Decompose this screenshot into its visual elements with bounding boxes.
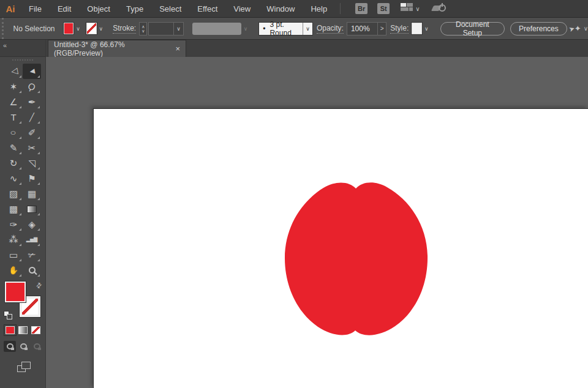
menu-edit[interactable]: Edit xyxy=(50,0,79,17)
fill-stroke-block: ⇄ xyxy=(4,282,42,321)
magic-wand-tool[interactable]: ✶ xyxy=(4,79,23,94)
style-chevron-icon[interactable]: ∨ xyxy=(424,26,429,32)
zoom-tool[interactable] xyxy=(23,263,41,278)
scissors-tool[interactable]: ✂ xyxy=(23,140,41,155)
preferences-button[interactable]: Preferences xyxy=(510,22,567,35)
rotate-tool[interactable]: ↻ xyxy=(4,155,23,171)
tools-grip[interactable] xyxy=(12,59,33,62)
ellipse-tool[interactable]: ○ xyxy=(4,125,23,140)
apple-path[interactable] xyxy=(285,182,428,335)
menu-view[interactable]: View xyxy=(225,0,258,17)
stroke-label[interactable]: Stroke: xyxy=(113,24,136,34)
menu-window[interactable]: Window xyxy=(258,0,303,17)
menu-help[interactable]: Help xyxy=(303,0,335,17)
document-column: Untitled-3* @ 66.67% (RGB/Preview) × xyxy=(46,40,588,388)
artboard[interactable] xyxy=(93,108,588,388)
menu-file[interactable]: File xyxy=(21,0,50,17)
none-mode-button[interactable] xyxy=(31,326,41,335)
artboard-tool[interactable]: ▭ xyxy=(4,247,23,263)
gradient-tool[interactable] xyxy=(23,201,41,217)
app-logo[interactable]: Ai xyxy=(0,0,21,18)
fill-chevron-icon[interactable]: ∨ xyxy=(76,26,80,32)
menu-object[interactable]: Object xyxy=(79,0,118,17)
stroke-chevron-icon[interactable]: ∨ xyxy=(99,26,104,32)
perspective-grid-tool[interactable]: ▦ xyxy=(23,186,41,201)
drawing-mode-row xyxy=(4,341,45,352)
tools-panel: △▲✶Ϙ∠✒T╱○✐✎✂↻◹∿⚑▨▦▩✑◈⁂▂▅▇▭✃✋ ⇄ xyxy=(0,57,45,372)
stepper-down-icon[interactable]: ∨ xyxy=(141,29,145,33)
shaper-tool-icon: ✎ xyxy=(10,143,18,152)
chevron-down-icon[interactable]: ∨ xyxy=(173,23,183,35)
control-bar: No Selection ∨ ∨ Stroke: ∧ ∨ ∨ ∨ • 3 pt.… xyxy=(0,18,588,40)
collapse-panel-icon[interactable]: « xyxy=(3,42,6,49)
power-icon xyxy=(439,4,446,12)
direct-selection-tool[interactable]: ▲ xyxy=(23,64,41,79)
blend-tool[interactable]: ◈ xyxy=(23,217,41,232)
symbol-sprayer-tool[interactable]: ⁂ xyxy=(4,232,23,247)
menu-select[interactable]: Select xyxy=(151,0,189,17)
puppet-warp-tool-icon: ⚑ xyxy=(28,174,36,183)
style-swatch[interactable] xyxy=(412,23,422,34)
screen-mode-button[interactable] xyxy=(17,362,31,372)
stroke-width-stepper[interactable]: ∧ ∨ xyxy=(139,22,147,35)
draw-behind-button[interactable] xyxy=(17,341,29,352)
gpu-performance-icon[interactable] xyxy=(432,4,446,13)
chevron-down-icon[interactable]: ∨ xyxy=(303,23,312,35)
lasso-tool[interactable]: Ϙ xyxy=(23,79,41,94)
opacity-chevron-icon[interactable]: > xyxy=(378,22,386,35)
selection-tool[interactable]: △ xyxy=(4,64,23,79)
close-icon[interactable]: × xyxy=(175,44,180,53)
type-tool[interactable]: T xyxy=(4,110,23,125)
apple-shape[interactable] xyxy=(279,181,432,337)
document-tab[interactable]: Untitled-3* @ 66.67% (RGB/Preview) × xyxy=(48,40,186,57)
shape-builder-tool[interactable]: ▨ xyxy=(4,186,23,201)
panel-grip[interactable] xyxy=(2,18,6,39)
default-fill-stroke-icon[interactable] xyxy=(4,311,12,319)
brush-definition-combo[interactable]: • 3 pt. Round ∨ xyxy=(258,22,313,35)
draw-inside-button[interactable] xyxy=(31,341,43,352)
menu-type[interactable]: Type xyxy=(118,0,151,17)
shape-builder-tool-icon: ▨ xyxy=(9,189,18,198)
width-tool-icon: ∿ xyxy=(10,174,18,183)
shaper-tool[interactable]: ✎ xyxy=(4,140,23,155)
hand-tool[interactable]: ✋ xyxy=(4,263,23,278)
bridge-button[interactable]: Br xyxy=(355,3,368,14)
dock-header: « xyxy=(0,40,45,57)
fill-proxy-swatch[interactable] xyxy=(5,282,26,302)
menu-effect[interactable]: Effect xyxy=(189,0,225,17)
style-label[interactable]: Style: xyxy=(390,24,409,34)
stock-button[interactable]: St xyxy=(377,3,390,14)
paintbrush-tool[interactable]: ✐ xyxy=(23,125,41,140)
puppet-warp-tool[interactable]: ⚑ xyxy=(23,171,41,186)
curvature-tool[interactable]: ∠ xyxy=(4,94,23,110)
gradient-mode-button[interactable] xyxy=(18,326,28,335)
canvas-pasteboard[interactable] xyxy=(46,57,588,388)
slice-tool[interactable]: ✃ xyxy=(23,247,41,263)
workspace-chevron-icon[interactable]: ∨ xyxy=(415,6,420,12)
symbol-sprayer-tool-icon: ⁂ xyxy=(9,235,18,244)
width-tool[interactable]: ∿ xyxy=(4,171,23,186)
stroke-color-swatch[interactable] xyxy=(86,23,97,34)
column-graph-tool[interactable]: ▂▅▇ xyxy=(23,232,41,247)
mesh-tool[interactable]: ▩ xyxy=(4,201,23,217)
eyedropper-tool[interactable]: ✑ xyxy=(4,217,23,232)
artboard-tool-icon: ▭ xyxy=(9,250,18,259)
stroke-width-combo[interactable]: ∨ xyxy=(148,22,183,35)
swap-fill-stroke-icon[interactable]: ⇄ xyxy=(34,281,44,291)
draw-normal-button[interactable] xyxy=(4,341,16,352)
opacity-label[interactable]: Opacity: xyxy=(317,24,344,34)
workspace-switcher-icon[interactable] xyxy=(401,3,413,14)
touch-chevron-icon[interactable]: ∨ xyxy=(584,25,588,32)
selection-tool-icon: △ xyxy=(9,67,18,75)
document-setup-button[interactable]: Document Setup xyxy=(440,22,505,35)
pen-tool[interactable]: ✒ xyxy=(23,94,41,110)
touch-workspace-toggle[interactable]: ➤ ✦ xyxy=(575,24,581,33)
line-segment-tool[interactable]: ╱ xyxy=(23,110,41,125)
pen-tool-icon: ✒ xyxy=(28,97,36,106)
fill-color-swatch[interactable] xyxy=(64,23,74,34)
type-tool-icon: T xyxy=(10,113,16,122)
scale-tool[interactable]: ◹ xyxy=(23,155,41,171)
stepper-up-icon[interactable]: ∧ xyxy=(141,24,145,29)
opacity-input[interactable]: 100% xyxy=(347,22,378,35)
color-mode-button[interactable] xyxy=(5,326,15,335)
